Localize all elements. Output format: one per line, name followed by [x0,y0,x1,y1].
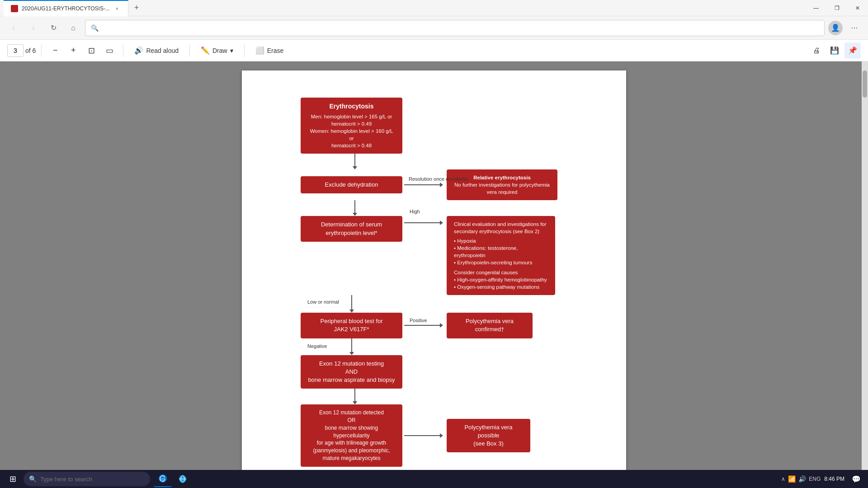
volume-icon[interactable]: 🔊 [798,475,806,483]
jak2-branch: Positive [404,325,440,326]
fc-box-pv-confirmed: Polycythemia vera confirmed† [447,313,533,338]
read-aloud-button[interactable]: 🔊 Read aloud [129,42,184,59]
fc-box-relative-line2: No further investigations for polycythem… [454,181,550,188]
fc-box-exon12d-line6: mature megakaryocytes [308,455,395,462]
fc-box-exon12-line3: bone marrow aspirate and biopsy [308,376,395,384]
ie-icon [178,474,187,483]
fc-box-erythrocytosis-line3: hematocrit > 0.49 [308,120,395,127]
close-button[interactable]: ✕ [847,0,868,16]
tab-favicon [11,5,18,12]
taskbar-ie-app[interactable] [174,471,192,487]
minimize-button[interactable]: — [806,0,826,16]
low-normal-section: Low or normal [264,295,604,313]
zoom-out-button[interactable]: − [47,42,63,59]
arrow-1 [264,154,366,169]
draw-button[interactable]: ✏️ Draw ▾ [195,42,239,59]
pin-button[interactable]: 📌 [844,42,861,59]
more-button[interactable]: ··· [846,20,863,36]
taskbar-search-icon: 🔍 [29,475,37,483]
fc-row-1: Erythrocytosis Men: hemoglobin level > 1… [264,98,604,154]
tab-close-button[interactable]: × [113,5,121,12]
arrow-5 [264,389,366,404]
fit-page-button[interactable]: ⊡ [83,42,99,59]
fc-box-exon12d-line5: (panmyelosis) and pleomorphic, [308,447,395,455]
fc-box-exon12-detected: Exon 12 mutation detected OR bone marrow… [301,404,402,467]
fc-box-relative-erythrocytosis: Relative erythrocytosis No further inves… [447,169,557,200]
pdf-toolbar: 3 of 6 − + ⊡ ▭ 🔊 Read aloud ✏️ Draw ▾ ⬜ … [0,40,868,61]
draw-label: Draw [212,47,227,54]
label-resolution: Resolution once euvolemic [409,176,468,182]
erase-button[interactable]: ⬜ Erase [250,42,289,59]
draw-chevron-icon[interactable]: ▾ [230,47,233,54]
address-input[interactable] [102,24,819,32]
active-tab[interactable]: 2020AUG11-ERYTHROCYTOSIS-... × [4,0,128,16]
fc-box-exon12d-line3: bone marrow showing hypercellularity [308,424,395,440]
start-button[interactable]: ⊞ [4,471,22,487]
separator-4 [244,44,245,57]
fc-box-exon12d-line4: for age with trilineage growth [308,439,395,447]
fc-box-jak2-line1: Peripheral blood test for [308,317,395,325]
draw-icon: ✏️ [201,46,210,55]
fc-row-5: Exon 12 mutation testing AND bone marrow… [264,355,604,389]
fc-row-2: Exclude dehydration Resolution once euvo… [264,169,604,200]
back-button[interactable]: ‹ [5,20,22,36]
edge-icon [158,474,167,483]
tab-title: 2020AUG11-ERYTHROCYTOSIS-... [22,5,110,12]
up-arrow-icon[interactable]: ∧ [781,476,785,482]
fc-box-erythrocytosis: Erythrocytosis Men: hemoglobin level > 1… [301,98,402,154]
fc-box-dehydration: Exclude dehydration [301,176,402,193]
new-tab-button[interactable]: + [128,0,145,16]
forward-button[interactable]: › [25,20,42,36]
fc-box-exon12d-line2: OR [308,417,395,424]
fc-box-clinical: Clinical evaluation and investigations f… [447,216,555,295]
network-icon[interactable]: 📶 [788,475,796,483]
fc-box-exon12-testing: Exon 12 mutation testing AND bone marrow… [301,355,402,389]
dehydration-branch: Resolution once euvolemic [404,184,440,185]
fc-box-pv-possible: Polycythemia vera possible (see Box 3) [447,419,530,453]
pdf-area: Erythrocytosis Men: hemoglobin level > 1… [0,61,868,470]
fc-box-clinical-line8: • Oxygen-sensing pathway mutations [454,283,548,291]
print-button[interactable]: 🖨 [808,42,825,59]
title-bar: 2020AUG11-ERYTHROCYTOSIS-... × + — ❐ ✕ [0,0,868,16]
taskbar-search[interactable]: 🔍 [24,472,150,486]
scroll-track[interactable] [862,61,868,470]
fc-box-erythrocytosis-line2: Men: hemoglobin level > 165 g/L or [308,113,395,120]
read-aloud-icon: 🔊 [134,46,143,55]
address-bar[interactable]: 🔍 [85,20,825,36]
notification-button[interactable]: 💬 [852,475,861,483]
fc-row-6: Exon 12 mutation detected OR bone marrow… [264,404,604,467]
separator-3 [189,44,190,57]
taskbar-clock[interactable]: 8:46 PM [824,476,844,482]
toolbar-right: 🖨 💾 📌 [808,42,861,59]
exon12-branch [404,435,440,436]
arrow-2 [264,200,366,216]
fc-box-dehydration-text: Exclude dehydration [325,181,378,188]
label-high: High [410,209,420,214]
negative-section: Negative [264,338,604,355]
fc-box-relative-title: Relative erythrocytosis [454,174,550,181]
profile-icon[interactable]: 👤 [828,21,843,35]
zoom-in-button[interactable]: + [65,42,81,59]
page-number-input[interactable]: 3 [7,44,24,57]
fc-box-clinical-line5: • Erythropoietin-secreting tumours [454,259,548,266]
save-button[interactable]: 💾 [826,42,843,59]
taskbar-edge-app[interactable] [154,471,172,487]
fc-box-clinical-line6: Consider congenital causes [454,269,548,276]
taskbar-search-input[interactable] [40,476,145,483]
label-positive: Positive [410,318,427,323]
fc-box-pv-confirmed-text: Polycythemia vera confirmed† [466,318,514,333]
label-negative: Negative [307,343,327,349]
fc-box-exon12d-line1: Exon 12 mutation detected [308,409,395,417]
fc-row-3: Determination of serum erythropoietin le… [264,216,604,295]
pdf-page: Erythrocytosis Men: hemoglobin level > 1… [242,70,626,470]
fc-box-erythrocytosis-title: Erythrocytosis [308,102,395,111]
fc-box-serum-line2: erythropoietin level* [308,229,395,237]
maximize-button[interactable]: ❐ [826,0,847,16]
search-icon: 🔍 [91,24,99,32]
refresh-button[interactable]: ↻ [45,20,61,36]
aspect-button[interactable]: ▭ [101,42,118,59]
fc-row-4: Peripheral blood test for JAK2 V617F* Po… [264,313,604,338]
flowchart: Erythrocytosis Men: hemoglobin level > 1… [264,89,604,467]
fc-box-clinical-line7: • High-oxygen-affinity hemoglobinopathy [454,276,548,283]
home-button[interactable]: ⌂ [65,20,81,36]
